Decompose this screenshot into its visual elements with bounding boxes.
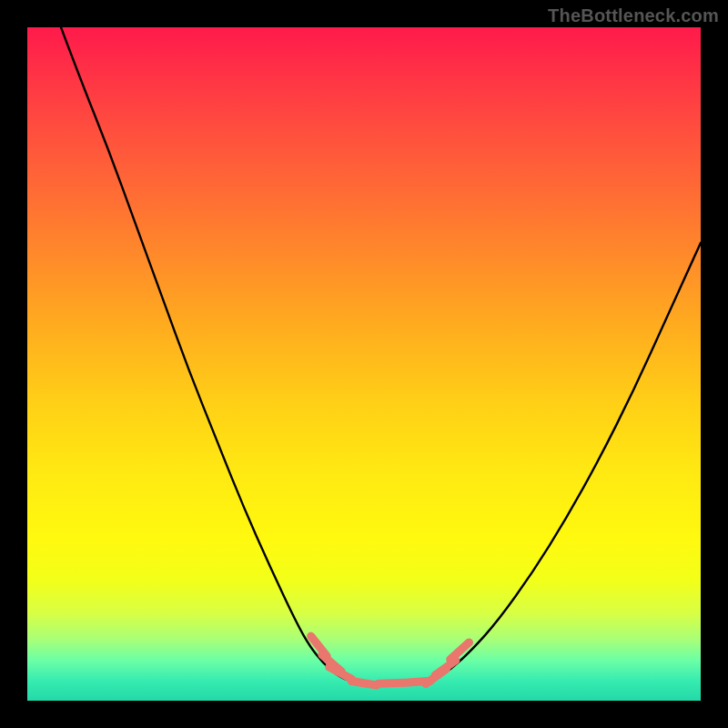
watermark-text: TheBottleneck.com — [548, 5, 719, 26]
salmon-segment — [450, 642, 470, 660]
salmon-segment — [351, 682, 377, 686]
salmon-segments — [311, 636, 470, 685]
plot-area — [27, 27, 701, 701]
salmon-segment — [329, 667, 352, 679]
bottleneck-curve — [61, 27, 701, 683]
salmon-segment — [379, 682, 404, 683]
curve-layer — [27, 27, 701, 701]
chart-frame: TheBottleneck.com — [0, 0, 728, 728]
